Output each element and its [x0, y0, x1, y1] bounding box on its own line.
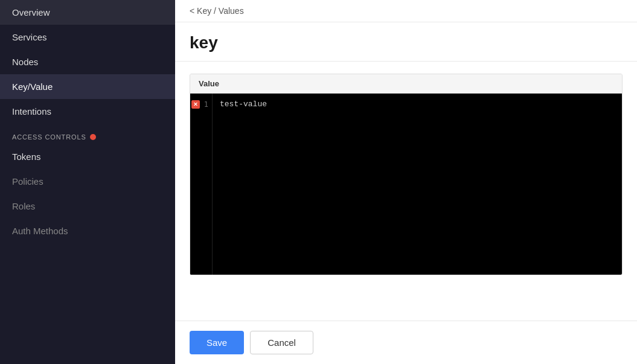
sidebar-label-intentions: Intentions — [12, 106, 51, 117]
cancel-button[interactable]: Cancel — [250, 331, 313, 354]
sidebar-item-roles[interactable]: Roles — [0, 194, 175, 219]
topbar: < Key / Values — [175, 0, 637, 22]
sidebar-item-services[interactable]: Services — [0, 25, 175, 49]
sidebar-item-intentions[interactable]: Intentions — [0, 99, 175, 124]
sidebar-label-nodes: Nodes — [12, 57, 38, 67]
sidebar-label-roles: Roles — [12, 201, 35, 211]
sidebar-label-services: Services — [12, 32, 47, 42]
page-title-area: key — [175, 22, 637, 62]
footer-area: Save Cancel — [175, 321, 637, 364]
sidebar-item-nodes[interactable]: Nodes — [0, 49, 175, 74]
content-area: Value ✕ 1 test-value — [175, 62, 637, 321]
sidebar-item-tokens[interactable]: Tokens — [0, 144, 175, 169]
error-marker: ✕ — [191, 100, 200, 109]
access-controls-label: ACCESS CONTROLS — [12, 133, 86, 141]
sidebar: Overview Services Nodes Key/Value Intent… — [0, 0, 175, 364]
main-content: < Key / Values key Value ✕ 1 test-value … — [175, 0, 637, 364]
sidebar-label-keyvalue: Key/Value — [12, 81, 53, 92]
access-controls-section: ACCESS CONTROLS — [0, 124, 175, 144]
editor-body[interactable]: ✕ 1 test-value — [190, 94, 622, 275]
sidebar-label-auth-methods: Auth Methods — [12, 226, 68, 236]
sidebar-item-keyvalue[interactable]: Key/Value — [0, 74, 175, 99]
breadcrumb-back[interactable]: < Key / Values — [190, 6, 244, 16]
sidebar-item-auth-methods[interactable]: Auth Methods — [0, 219, 175, 243]
sidebar-item-policies[interactable]: Policies — [0, 169, 175, 194]
editor-code[interactable]: test-value — [213, 94, 622, 275]
sidebar-label-policies: Policies — [12, 176, 43, 187]
access-controls-indicator — [90, 134, 96, 140]
code-content: test-value — [220, 100, 267, 109]
sidebar-item-overview[interactable]: Overview — [0, 0, 175, 25]
editor-header: Value — [190, 74, 622, 94]
gutter-line-1: ✕ 1 — [190, 98, 212, 110]
sidebar-label-tokens: Tokens — [12, 152, 41, 162]
editor-gutter: ✕ 1 — [190, 94, 213, 275]
editor-container: Value ✕ 1 test-value — [190, 74, 623, 275]
sidebar-label-overview: Overview — [12, 7, 50, 18]
save-button[interactable]: Save — [190, 331, 244, 354]
page-title: key — [190, 33, 623, 53]
line-number-1: 1 — [204, 100, 208, 109]
